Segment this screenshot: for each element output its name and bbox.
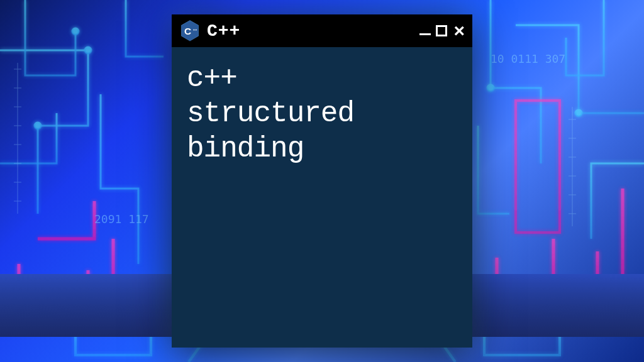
text-line-2: structured [187,96,457,131]
maximize-icon[interactable] [436,25,447,36]
svg-point-3 [487,85,494,91]
close-icon[interactable]: × [453,25,465,36]
svg-text:+: + [193,28,195,31]
svg-text:C: C [184,26,191,36]
svg-point-2 [72,28,79,35]
window-title: C++ [207,21,240,41]
body-text: c++ structured binding [187,61,457,167]
svg-point-0 [85,47,91,53]
cpp-logo-icon: C + + [180,20,199,41]
terminal-window: C + + C++ × c++ structured binding [172,14,472,348]
minimize-icon[interactable] [419,33,431,35]
svg-rect-5 [516,101,560,233]
svg-text:10 0111 307: 10 0111 307 [491,52,565,65]
text-line-1: c++ [187,61,457,96]
window-body: c++ structured binding [172,47,472,180]
svg-point-4 [575,110,582,116]
window-controls: × [419,25,465,36]
svg-text:2091 117: 2091 117 [94,212,149,226]
svg-text:+: + [195,28,197,31]
text-line-3: binding [187,131,457,167]
svg-point-1 [35,123,41,129]
window-titlebar: C + + C++ × [172,14,472,47]
